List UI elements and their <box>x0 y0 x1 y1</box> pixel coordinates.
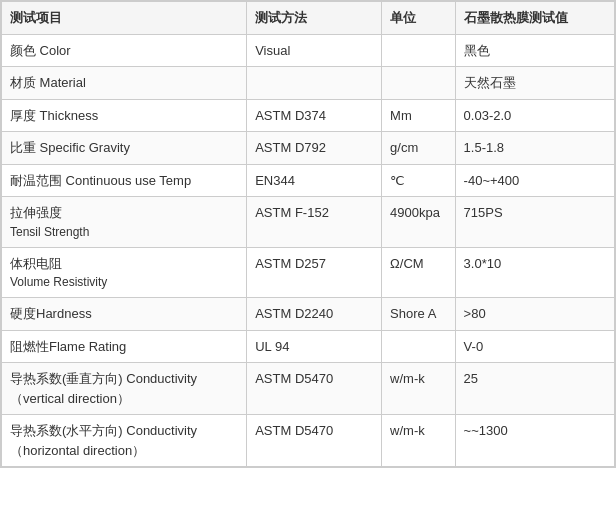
cell-unit: ℃ <box>382 164 456 197</box>
cell-method: EN344 <box>247 164 382 197</box>
cell-method: ASTM D257 <box>247 247 382 298</box>
cell-method: ASTM D2240 <box>247 298 382 331</box>
header-value: 石墨散热膜测试值 <box>455 2 614 35</box>
table-row: 拉伸强度Tensil StrengthASTM F-1524900kpa715P… <box>2 197 615 248</box>
cell-value: 0.03-2.0 <box>455 99 614 132</box>
cell-item: 阻燃性Flame Rating <box>2 330 247 363</box>
cell-method: ASTM D5470 <box>247 415 382 467</box>
cell-item: 比重 Specific Gravity <box>2 132 247 165</box>
cell-unit <box>382 34 456 67</box>
table-row: 硬度HardnessASTM D2240Shore A>80 <box>2 298 615 331</box>
cell-value: V-0 <box>455 330 614 363</box>
cell-method: UL 94 <box>247 330 382 363</box>
cell-value: ~~1300 <box>455 415 614 467</box>
cell-value: 天然石墨 <box>455 67 614 100</box>
header-item: 测试项目 <box>2 2 247 35</box>
header-row: 测试项目 测试方法 单位 石墨散热膜测试值 <box>2 2 615 35</box>
cell-method: ASTM F-152 <box>247 197 382 248</box>
cell-item: 导热系数(水平方向) Conductivity（horizontal direc… <box>2 415 247 467</box>
cell-unit: Ω/CM <box>382 247 456 298</box>
cell-item: 拉伸强度Tensil Strength <box>2 197 247 248</box>
table-row: 耐温范围 Continuous use TempEN344℃-40~+400 <box>2 164 615 197</box>
cell-unit: Mm <box>382 99 456 132</box>
cell-value: -40~+400 <box>455 164 614 197</box>
cell-item: 导热系数(垂直方向) Conductivity（vertical directi… <box>2 363 247 415</box>
cell-unit: Shore A <box>382 298 456 331</box>
cell-unit <box>382 67 456 100</box>
table-row: 体积电阻Volume ResistivityASTM D257Ω/CM3.0*1… <box>2 247 615 298</box>
cell-value: 715PS <box>455 197 614 248</box>
specs-table: 测试项目 测试方法 单位 石墨散热膜测试值 颜色 ColorVisual黑色材质… <box>1 1 615 467</box>
table-row: 阻燃性Flame RatingUL 94V-0 <box>2 330 615 363</box>
header-method: 测试方法 <box>247 2 382 35</box>
cell-method: ASTM D5470 <box>247 363 382 415</box>
cell-unit: g/cm <box>382 132 456 165</box>
cell-value: 3.0*10 <box>455 247 614 298</box>
cell-unit: 4900kpa <box>382 197 456 248</box>
cell-method <box>247 67 382 100</box>
cell-value: 黑色 <box>455 34 614 67</box>
cell-item: 耐温范围 Continuous use Temp <box>2 164 247 197</box>
table-row: 比重 Specific GravityASTM D792g/cm1.5-1.8 <box>2 132 615 165</box>
cell-item: 材质 Material <box>2 67 247 100</box>
cell-unit <box>382 330 456 363</box>
main-table-container: 测试项目 测试方法 单位 石墨散热膜测试值 颜色 ColorVisual黑色材质… <box>0 0 616 468</box>
cell-item: 厚度 Thickness <box>2 99 247 132</box>
cell-value: 1.5-1.8 <box>455 132 614 165</box>
cell-item: 颜色 Color <box>2 34 247 67</box>
cell-item: 硬度Hardness <box>2 298 247 331</box>
cell-value: 25 <box>455 363 614 415</box>
header-unit: 单位 <box>382 2 456 35</box>
cell-method: ASTM D374 <box>247 99 382 132</box>
table-row: 颜色 ColorVisual黑色 <box>2 34 615 67</box>
table-row: 导热系数(垂直方向) Conductivity（vertical directi… <box>2 363 615 415</box>
cell-method: Visual <box>247 34 382 67</box>
cell-value: >80 <box>455 298 614 331</box>
table-row: 导热系数(水平方向) Conductivity（horizontal direc… <box>2 415 615 467</box>
cell-unit: w/m-k <box>382 415 456 467</box>
cell-method: ASTM D792 <box>247 132 382 165</box>
cell-unit: w/m-k <box>382 363 456 415</box>
table-row: 厚度 ThicknessASTM D374Mm0.03-2.0 <box>2 99 615 132</box>
cell-item: 体积电阻Volume Resistivity <box>2 247 247 298</box>
table-row: 材质 Material天然石墨 <box>2 67 615 100</box>
